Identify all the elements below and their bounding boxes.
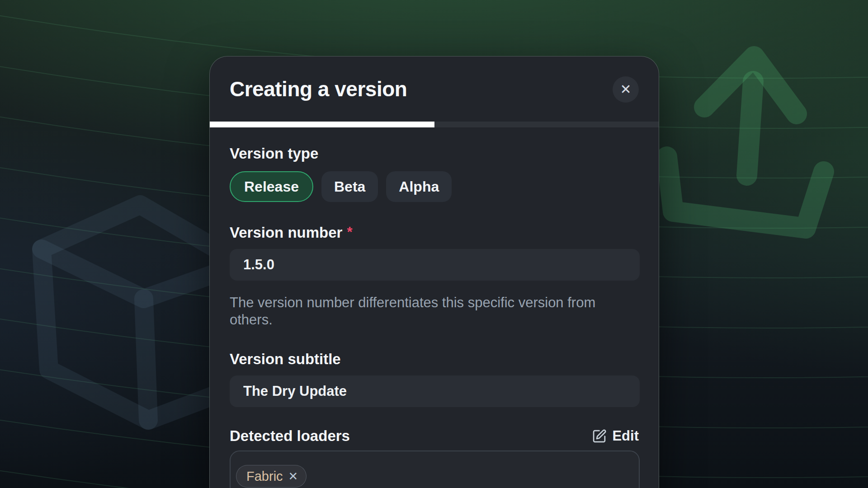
version-number-label: Version number bbox=[230, 224, 342, 241]
version-number-input[interactable] bbox=[230, 249, 640, 281]
version-number-help: The version number differentiates this s… bbox=[230, 294, 627, 328]
version-subtitle-label: Version subtitle bbox=[230, 350, 639, 368]
close-icon: ✕ bbox=[620, 83, 631, 96]
detected-loaders-label: Detected loaders bbox=[230, 427, 350, 445]
create-version-modal: Creating a version ✕ Version type Releas… bbox=[209, 56, 659, 488]
edit-button-label: Edit bbox=[612, 428, 639, 444]
version-type-label: Version type bbox=[230, 145, 639, 163]
loader-chip-fabric: Fabric ✕ bbox=[236, 465, 307, 488]
version-type-options: Release Beta Alpha bbox=[230, 171, 639, 202]
version-type-alpha-button[interactable]: Alpha bbox=[386, 171, 452, 202]
progress-bar bbox=[210, 122, 659, 127]
required-asterisk: * bbox=[347, 224, 352, 240]
progress-fill bbox=[210, 122, 434, 127]
version-subtitle-input[interactable] bbox=[230, 375, 640, 407]
remove-icon: ✕ bbox=[288, 469, 298, 483]
detected-loaders-box: Fabric ✕ bbox=[230, 450, 640, 488]
version-type-release-button[interactable]: Release bbox=[230, 171, 313, 202]
close-button[interactable]: ✕ bbox=[613, 76, 639, 103]
version-type-beta-button[interactable]: Beta bbox=[321, 171, 378, 202]
edit-loaders-button[interactable]: Edit bbox=[592, 428, 639, 444]
page-background: Creating a version ✕ Version type Releas… bbox=[0, 0, 868, 488]
modal-header: Creating a version ✕ bbox=[210, 56, 659, 122]
edit-icon bbox=[592, 429, 607, 444]
loader-chip-label: Fabric bbox=[246, 469, 283, 484]
modal-title: Creating a version bbox=[230, 77, 407, 101]
remove-loader-button[interactable]: ✕ bbox=[288, 470, 298, 482]
modal-body: Version type Release Beta Alpha Version … bbox=[210, 127, 659, 488]
